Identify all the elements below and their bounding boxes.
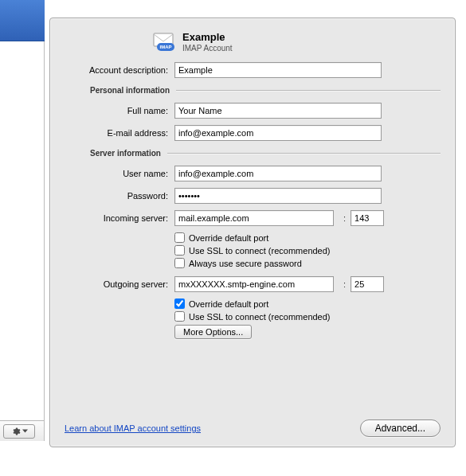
port-separator: : <box>343 213 346 223</box>
outgoing-override-port-label: Override default port <box>189 299 268 309</box>
incoming-server-input[interactable] <box>174 210 334 226</box>
label-outgoing-server: Outgoing server: <box>65 279 174 289</box>
incoming-override-port-label: Override default port <box>189 233 268 243</box>
user-name-input[interactable] <box>174 166 382 181</box>
sidebar-item-selected[interactable] <box>0 0 45 41</box>
incoming-override-port-checkbox[interactable] <box>174 232 185 243</box>
email-address-input[interactable] <box>174 125 382 141</box>
password-input[interactable] <box>174 188 382 204</box>
chevron-down-icon <box>22 429 28 433</box>
incoming-secure-password-checkbox[interactable] <box>174 258 185 268</box>
incoming-use-ssl-label: Use SSL to connect (recommended) <box>189 246 331 256</box>
account-settings-panel: IMAP Example IMAP Account Account descri… <box>49 18 456 447</box>
outgoing-port-input[interactable] <box>350 276 384 292</box>
section-personal-information: Personal information <box>65 86 441 95</box>
port-separator-out: : <box>343 279 346 289</box>
outgoing-use-ssl-checkbox[interactable] <box>174 311 185 322</box>
outgoing-use-ssl-label: Use SSL to connect (recommended) <box>189 312 331 322</box>
account-description-input[interactable] <box>174 62 382 78</box>
outgoing-server-input[interactable] <box>174 276 334 292</box>
advanced-button[interactable]: Advanced... <box>360 419 441 437</box>
gear-icon <box>11 427 21 436</box>
account-title: Example <box>182 31 233 43</box>
gear-menu-button[interactable] <box>3 424 35 439</box>
panel-header: IMAP Example IMAP Account <box>65 31 441 53</box>
learn-more-link[interactable]: Learn about IMAP account settings <box>65 423 201 433</box>
section-server-information: Server information <box>65 149 441 158</box>
label-user-name: User name: <box>65 169 174 178</box>
label-password: Password: <box>65 191 174 201</box>
full-name-input[interactable] <box>174 103 382 119</box>
label-incoming-server: Incoming server: <box>65 213 174 223</box>
label-account-description: Account description: <box>65 65 174 75</box>
label-full-name: Full name: <box>65 106 174 115</box>
more-options-button[interactable]: More Options... <box>174 325 252 339</box>
incoming-port-input[interactable] <box>350 210 384 226</box>
mail-imap-icon: IMAP <box>152 32 176 53</box>
label-email-address: E-mail address: <box>65 128 174 138</box>
incoming-secure-password-label: Always use secure password <box>189 259 302 268</box>
svg-text:IMAP: IMAP <box>160 45 172 49</box>
accounts-sidebar <box>0 0 45 420</box>
sidebar-bottom-toolbar <box>0 420 45 441</box>
outgoing-override-port-checkbox[interactable] <box>174 298 185 309</box>
account-subtitle: IMAP Account <box>182 44 233 53</box>
incoming-use-ssl-checkbox[interactable] <box>174 245 185 256</box>
